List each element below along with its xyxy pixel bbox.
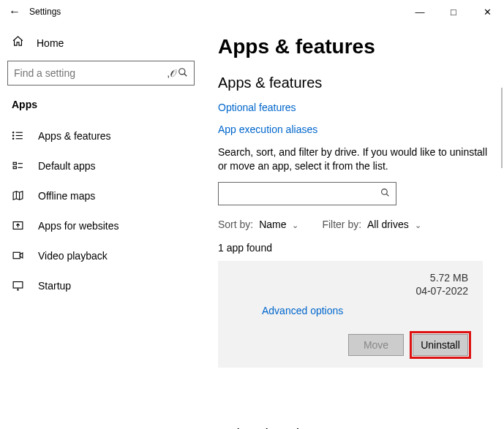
close-button[interactable]: ✕: [470, 0, 504, 23]
home-icon: [12, 35, 25, 50]
svg-line-23: [386, 194, 388, 196]
filter-by-dropdown[interactable]: Filter by: All drives ⌄: [322, 219, 421, 230]
uninstall-button[interactable]: Uninstall: [413, 334, 468, 356]
sort-value: Name: [259, 219, 286, 230]
home-nav[interactable]: Home: [7, 29, 198, 61]
app-list-item[interactable]: 5.72 MB 04-07-2022 Advanced options Move…: [218, 261, 483, 368]
svg-point-0: [179, 68, 185, 74]
svg-point-6: [12, 135, 13, 136]
filter-value: All drives: [367, 219, 409, 230]
app-date: 04-07-2022: [415, 284, 468, 297]
scrollbar[interactable]: [501, 88, 503, 168]
window-title: Settings: [29, 7, 61, 17]
find-setting-input[interactable]: [14, 67, 167, 79]
page-heading: Apps & features: [218, 35, 488, 58]
category-label: Apps: [7, 99, 198, 121]
startup-icon: [12, 279, 25, 292]
back-button[interactable]: ←: [0, 5, 29, 18]
video-icon: [12, 249, 25, 262]
nav-label: Startup: [38, 280, 71, 292]
open-icon: [12, 219, 25, 232]
nav-label: Default apps: [38, 160, 96, 172]
app-search[interactable]: [218, 182, 396, 205]
svg-point-22: [382, 189, 388, 194]
sidebar-item-video-playback[interactable]: Video playback: [7, 240, 198, 270]
app-execution-aliases-link[interactable]: App execution aliases: [218, 124, 488, 135]
search-icon: [178, 67, 188, 80]
sort-label: Sort by:: [218, 219, 253, 230]
optional-features-link[interactable]: Optional features: [218, 102, 488, 113]
filter-label: Filter by:: [322, 219, 361, 230]
description-text: Search, sort, and filter by drive. If yo…: [218, 145, 488, 173]
app-search-input[interactable]: [225, 188, 380, 200]
maximize-button[interactable]: □: [437, 0, 470, 23]
svg-line-1: [184, 73, 187, 76]
svg-rect-8: [13, 162, 16, 164]
sidebar-item-apps-features[interactable]: Apps & features: [7, 121, 198, 151]
advanced-options-link[interactable]: Advanced options: [233, 297, 468, 334]
related-settings-heading: Related settings: [218, 426, 488, 429]
find-setting-search[interactable]: ,𝒪: [7, 61, 195, 86]
search-icon: [380, 188, 390, 200]
sidebar-item-offline-maps[interactable]: Offline maps: [7, 181, 198, 210]
nav-label: Offline maps: [38, 190, 95, 202]
sidebar-item-startup[interactable]: Startup: [7, 270, 198, 300]
defaults-icon: [12, 159, 25, 172]
move-button[interactable]: Move: [348, 334, 404, 356]
minimize-button[interactable]: —: [403, 0, 437, 23]
nav-label: Apps & features: [38, 130, 111, 142]
nav-label: Apps for websites: [38, 220, 119, 232]
sidebar: Home ,𝒪 Apps Apps & features Default app…: [0, 23, 205, 429]
svg-point-7: [12, 138, 13, 139]
home-label: Home: [37, 37, 64, 49]
result-count: 1 app found: [218, 242, 488, 254]
svg-marker-12: [13, 191, 23, 200]
list-icon: [12, 129, 25, 142]
search-icon: ,𝒪: [167, 67, 178, 80]
chevron-down-icon: ⌄: [292, 221, 298, 229]
app-size: 5.72 MB: [415, 271, 468, 284]
section-heading: Apps & features: [218, 75, 488, 91]
sidebar-item-apps-websites[interactable]: Apps for websites: [7, 210, 198, 240]
sidebar-item-default-apps[interactable]: Default apps: [7, 151, 198, 181]
main-content: Apps & features Apps & features Optional…: [205, 23, 504, 429]
map-icon: [12, 189, 25, 202]
svg-point-5: [12, 132, 13, 133]
chevron-down-icon: ⌄: [415, 221, 421, 229]
svg-rect-17: [13, 252, 20, 259]
svg-rect-19: [13, 282, 23, 289]
nav-label: Video playback: [38, 250, 108, 262]
sort-by-dropdown[interactable]: Sort by: Name ⌄: [218, 219, 298, 230]
svg-rect-9: [13, 167, 16, 169]
